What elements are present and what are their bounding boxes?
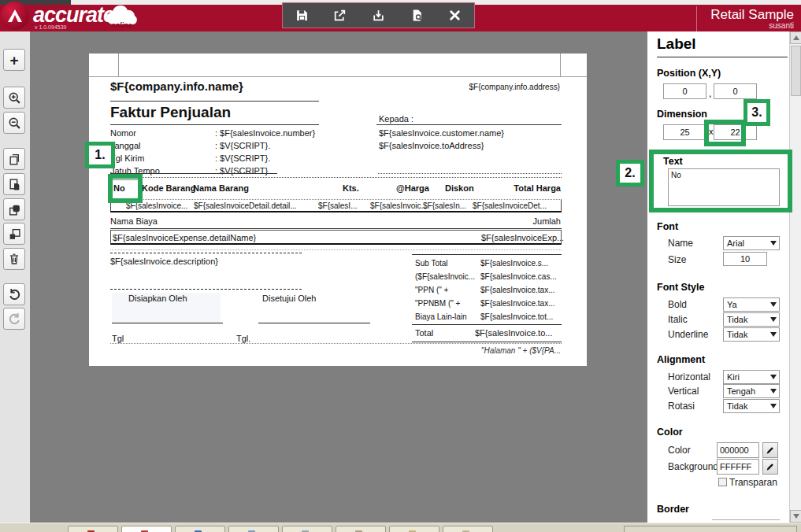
total-label[interactable]: Sub Total	[415, 259, 448, 268]
kepada-label[interactable]: Kepada :	[379, 114, 413, 124]
color-picker-button[interactable]	[762, 442, 778, 458]
save-button[interactable]	[291, 6, 312, 25]
zoom-in-button[interactable]	[3, 87, 25, 109]
bring-to-front-button[interactable]	[3, 198, 25, 220]
total-label[interactable]: "PPN (" +	[415, 286, 448, 294]
transparent-checkbox[interactable]	[718, 478, 727, 486]
taskbar-button[interactable]	[389, 526, 439, 532]
field-page-footer[interactable]: "Halaman " + ($V{PA...	[420, 346, 561, 355]
grand-total-label[interactable]: Total	[415, 328, 433, 338]
alignment-section-label: Alignment	[657, 354, 705, 365]
arrow-up-icon	[793, 35, 799, 40]
field-company-name[interactable]: $F{company.info.name}	[110, 79, 243, 93]
font-style-section-label: Font Style	[657, 282, 704, 293]
col-header[interactable]: Kts.	[343, 183, 359, 193]
taskbar-button[interactable]	[228, 526, 279, 532]
tgl-right-label[interactable]: Tgl.	[236, 334, 250, 343]
panel-scrollbar[interactable]	[789, 31, 801, 523]
field-expense-name[interactable]: $F{salesInvoiceExpense.detailName}	[113, 233, 256, 242]
total-label[interactable]: ($F{salesInvoic...	[415, 272, 475, 281]
signature-right-title[interactable]: Disetujui Oleh	[262, 294, 316, 303]
paste-button[interactable]	[3, 173, 25, 195]
total-value[interactable]: $F{salesInvoice.tot...	[480, 312, 553, 321]
report-title[interactable]: Faktur Penjualan	[110, 104, 231, 121]
col-header[interactable]: @Harga	[396, 183, 429, 193]
col-header[interactable]: Total Harga	[499, 183, 561, 193]
info-value[interactable]: : $V{SCRIPT}.	[215, 166, 270, 175]
total-value[interactable]: $F{salesInvoice.cas...	[480, 272, 557, 281]
horizontal-label: Horizontal	[668, 371, 710, 382]
col-header[interactable]: Diskon	[445, 183, 474, 193]
scrollbar-thumb[interactable]	[791, 46, 801, 96]
total-value[interactable]: $F{salesInvoice.tax...	[480, 299, 555, 308]
field-company-address[interactable]: $F{company.info.address}	[388, 83, 560, 91]
export-button[interactable]	[330, 6, 350, 25]
color-value-input[interactable]	[717, 442, 759, 458]
background-picker-button[interactable]	[762, 459, 778, 475]
info-value[interactable]: : $V{SCRIPT}.	[215, 153, 270, 163]
signature-left-title[interactable]: Disiapkan Oleh	[128, 294, 187, 303]
redo-button[interactable]	[3, 308, 25, 330]
print-preview-button[interactable]	[406, 6, 427, 25]
vertical-select[interactable]: Tengah	[723, 384, 780, 398]
total-label[interactable]: Biaya Lain-lain	[415, 312, 467, 321]
info-label[interactable]: Tgl Kirim	[110, 153, 144, 163]
copy-button[interactable]	[3, 148, 25, 170]
detail-cell[interactable]: $F{salesInvoiceDet...	[473, 201, 547, 210]
separator-line	[110, 124, 319, 125]
horizontal-select[interactable]: Kiri	[723, 370, 780, 384]
annotation-note-3: 3.	[744, 99, 770, 126]
font-size-input[interactable]	[723, 252, 767, 266]
field-customer-address[interactable]: $F{salesInvoice.toAddress}	[379, 141, 484, 150]
zoom-out-button[interactable]	[3, 112, 25, 134]
col-header[interactable]: Kode Barang	[142, 183, 195, 193]
field-expense-amount[interactable]: $F{salesInvoiceExp...	[481, 233, 559, 242]
vertical-label: Vertical	[668, 386, 699, 397]
undo-button[interactable]	[3, 283, 25, 305]
info-value[interactable]: : $V{SCRIPT}.	[215, 141, 270, 150]
rotasi-select[interactable]: Tidak	[723, 399, 780, 413]
chevron-down-icon	[770, 332, 777, 337]
info-label[interactable]: Nomor	[110, 128, 136, 138]
expense-amount-header[interactable]: Jumlah	[499, 216, 561, 226]
grand-total-value[interactable]: $F{salesInvoice.to...	[475, 328, 552, 338]
expense-name-header[interactable]: Nama Biaya	[110, 216, 158, 226]
border-section-label: Border	[657, 504, 689, 515]
report-page[interactable]: $F{company.info.name} $F{company.info.ad…	[89, 54, 587, 366]
underline-select[interactable]: Tidak	[723, 327, 780, 342]
font-name-select[interactable]: Arial	[723, 236, 780, 250]
position-x-input[interactable]	[663, 83, 706, 99]
total-label[interactable]: "PPNBM (" +	[415, 299, 460, 308]
download-button[interactable]	[368, 6, 388, 25]
taskbar-button[interactable]	[443, 526, 493, 532]
col-header[interactable]: Nama Barang	[193, 183, 249, 193]
info-value[interactable]: : $F{salesInvoice.number}	[215, 128, 315, 138]
taskbar-button[interactable]	[175, 526, 225, 532]
field-description[interactable]: $F{salesInvoice.description}	[110, 257, 218, 266]
tgl-left-label[interactable]: Tgl	[112, 334, 124, 343]
delete-button[interactable]	[3, 248, 25, 270]
taskbar-button[interactable]	[68, 526, 118, 532]
bold-select[interactable]: Ya	[723, 297, 780, 312]
add-button[interactable]: +	[3, 49, 25, 71]
taskbar-button[interactable]	[282, 526, 332, 532]
detail-cell[interactable]: $F{salesIn...	[423, 201, 466, 210]
background-value-input[interactable]	[717, 459, 759, 475]
detail-cell[interactable]: $F{salesInvoiceDetail.detail...	[194, 201, 297, 210]
scroll-up-button[interactable]	[790, 31, 801, 44]
send-to-back-button[interactable]	[3, 223, 25, 245]
taskbar-button[interactable]	[336, 526, 386, 532]
detail-cell[interactable]: $F{salesInvoic...	[370, 201, 428, 210]
italic-select[interactable]: Tidak	[723, 312, 780, 327]
scroll-down-button[interactable]	[790, 510, 801, 523]
dimension-width-input[interactable]	[663, 124, 706, 140]
accurate-logo-icon[interactable]	[1, 2, 29, 30]
field-customer-name[interactable]: $F{salesInvoice.customer.name}	[379, 128, 504, 138]
detail-cell[interactable]: $F{salesI...	[318, 201, 357, 210]
position-y-input[interactable]	[714, 83, 757, 99]
close-button[interactable]	[445, 6, 465, 25]
total-value[interactable]: $F{salesInvoice.s...	[480, 259, 548, 268]
total-value[interactable]: $F{salesInvoice.tax...	[480, 286, 555, 294]
taskbar-button-active[interactable]	[121, 526, 172, 532]
font-section-label: Font	[657, 221, 678, 232]
